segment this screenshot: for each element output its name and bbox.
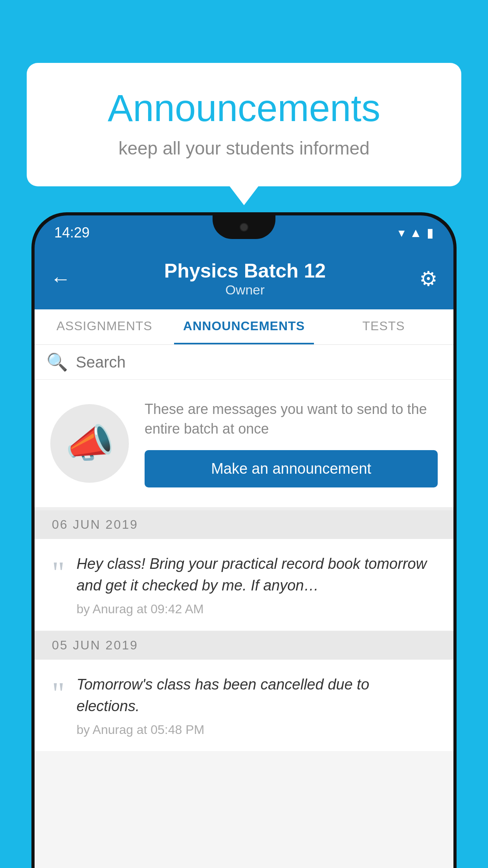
screen-content: 🔍 📣 These are messages you want to send … [35,345,453,868]
app-header: ← Physics Batch 12 Owner ⚙ [35,250,453,309]
tab-assignments[interactable]: ASSIGNMENTS [35,309,174,344]
date-divider-2: 05 JUN 2019 [35,631,453,660]
tab-announcements[interactable]: ANNOUNCEMENTS [174,309,314,344]
notch-cutout [213,215,275,239]
search-icon: 🔍 [46,352,68,372]
tabs-bar: ASSIGNMENTS ANNOUNCEMENTS TESTS [35,309,453,345]
announcement-meta-2: by Anurag at 05:48 PM [77,723,436,737]
header-title: Physics Batch 12 [164,259,326,282]
settings-icon[interactable]: ⚙ [419,267,438,291]
phone-frame: 14:29 ▾ ▲ ▮ ← Physics Batch 12 Owner ⚙ A… [31,212,457,868]
announcement-text-1: Hey class! Bring your practical record b… [77,553,436,616]
status-bar: 14:29 ▾ ▲ ▮ [35,215,453,250]
wifi-icon: ▾ [398,225,405,240]
announcement-message-1: Hey class! Bring your practical record b… [77,553,436,596]
status-time: 14:29 [54,224,90,241]
header-subtitle: Owner [164,282,326,298]
announcement-meta-1: by Anurag at 09:42 AM [77,602,436,616]
tab-tests[interactable]: TESTS [314,309,453,344]
header-title-group: Physics Batch 12 Owner [164,259,326,298]
promo-icon-circle: 📣 [50,404,129,483]
search-bar: 🔍 [35,345,453,380]
quote-icon-1: " [52,557,65,588]
search-input[interactable] [76,353,442,371]
speech-bubble: Announcements keep all your students inf… [27,63,461,186]
announcement-item-1[interactable]: " Hey class! Bring your practical record… [35,539,453,631]
megaphone-icon: 📣 [65,420,114,467]
date-label-1: 06 JUN 2019 [52,517,138,531]
announcement-text-2: Tomorrow's class has been cancelled due … [77,674,436,737]
make-announcement-button[interactable]: Make an announcement [145,450,438,487]
signal-icon: ▲ [409,226,422,240]
battery-icon: ▮ [427,225,434,240]
camera-dot [240,223,248,232]
promo-description: These are messages you want to send to t… [145,399,438,439]
promo-right: These are messages you want to send to t… [145,399,438,487]
status-icons: ▾ ▲ ▮ [398,225,434,240]
phone-inner: 14:29 ▾ ▲ ▮ ← Physics Batch 12 Owner ⚙ A… [35,215,453,868]
promo-block: 📣 These are messages you want to send to… [35,380,453,510]
announcement-item-2[interactable]: " Tomorrow's class has been cancelled du… [35,660,453,752]
date-divider-1: 06 JUN 2019 [35,510,453,539]
speech-bubble-container: Announcements keep all your students inf… [27,63,461,186]
back-button[interactable]: ← [50,267,71,291]
speech-bubble-title: Announcements [58,86,430,130]
speech-bubble-subtitle: keep all your students informed [58,138,430,159]
announcement-message-2: Tomorrow's class has been cancelled due … [77,674,436,717]
quote-icon-2: " [52,678,65,709]
date-label-2: 05 JUN 2019 [52,638,138,652]
